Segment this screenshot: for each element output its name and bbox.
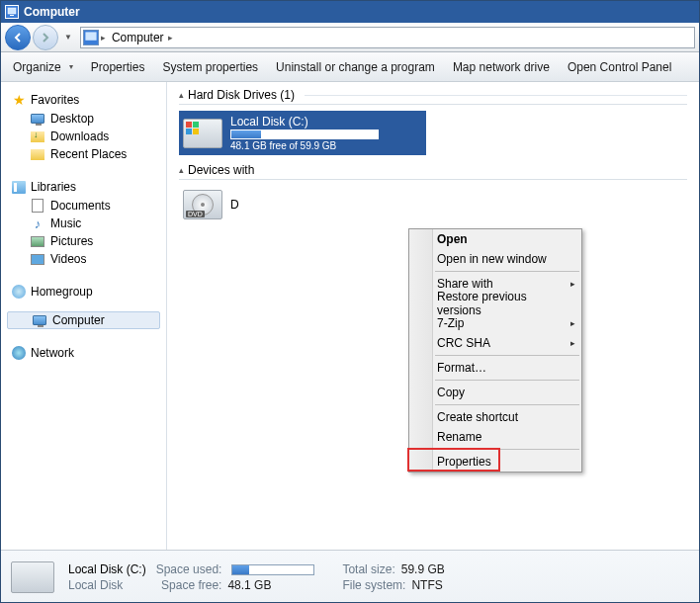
- sidebar-item-label: Pictures: [50, 234, 93, 248]
- sidebar-item-computer[interactable]: Computer: [7, 311, 160, 329]
- sidebar-item-label: Recent Places: [50, 147, 127, 161]
- properties-button[interactable]: Properties: [91, 60, 145, 74]
- collapse-icon: ▴: [179, 90, 184, 100]
- menu-item-7zip[interactable]: 7-Zip▸: [409, 313, 581, 333]
- sidebar-item-label: Music: [50, 216, 81, 230]
- sidebar-item-videos[interactable]: Videos: [7, 250, 160, 268]
- space-free-value: 48.1 GB: [227, 578, 271, 592]
- menu-item-create-shortcut[interactable]: Create shortcut: [409, 407, 581, 427]
- system-properties-button[interactable]: System properties: [162, 60, 258, 74]
- hard-disk-drives-group: ▴Hard Disk Drives (1) Local Disk (C:) 48…: [179, 88, 687, 155]
- menu-label: Format…: [437, 361, 486, 375]
- svg-rect-1: [10, 15, 14, 16]
- sidebar-item-label: Network: [31, 346, 74, 360]
- content-pane: ▴Hard Disk Drives (1) Local Disk (C:) 48…: [167, 82, 699, 550]
- space-used-label: Space used:: [156, 562, 222, 576]
- file-system-value: NTFS: [411, 578, 442, 592]
- sidebar-item-music[interactable]: ♪Music: [7, 215, 160, 232]
- menu-separator: [435, 380, 579, 381]
- space-used-bar: [231, 564, 314, 575]
- sidebar-item-network[interactable]: Network: [7, 343, 160, 363]
- desktop-icon: [31, 114, 44, 124]
- svg-rect-0: [8, 8, 16, 14]
- dvd-drive-icon: DVD: [183, 190, 222, 219]
- favorites-header[interactable]: ★Favorites: [7, 90, 160, 110]
- sidebar-item-documents[interactable]: Documents: [7, 197, 160, 215]
- map-network-drive-button[interactable]: Map network drive: [453, 60, 550, 74]
- libraries-label: Libraries: [31, 180, 76, 194]
- menu-separator: [435, 355, 579, 356]
- command-bar: Organize Properties System properties Un…: [1, 52, 699, 82]
- sidebar-item-desktop[interactable]: Desktop: [7, 110, 160, 128]
- sidebar-item-label: Downloads: [50, 129, 109, 143]
- space-free-label: Space free:: [161, 578, 221, 592]
- documents-icon: [32, 199, 44, 213]
- pictures-icon: [31, 236, 44, 247]
- downloads-icon: [31, 131, 44, 142]
- sidebar-item-homegroup[interactable]: Homegroup: [7, 282, 160, 302]
- menu-label: Copy: [437, 386, 465, 399]
- libraries-header[interactable]: Libraries: [7, 177, 160, 197]
- menu-label: Rename: [437, 430, 481, 444]
- drive-icon: [183, 119, 222, 148]
- menu-separator: [435, 449, 579, 450]
- collapse-icon: ▴: [179, 165, 184, 175]
- menu-label: Create shortcut: [437, 410, 518, 424]
- sidebar-item-downloads[interactable]: Downloads: [7, 128, 160, 145]
- menu-label: Share with: [437, 277, 493, 291]
- star-icon: ★: [11, 92, 27, 108]
- computer-icon: [33, 315, 46, 325]
- sidebar-item-recent-places[interactable]: Recent Places: [7, 145, 160, 163]
- menu-item-copy[interactable]: Copy: [409, 383, 581, 402]
- main-area: ★Favorites Desktop Downloads Recent Plac…: [1, 82, 699, 550]
- menu-item-restore-previous[interactable]: Restore previous versions: [409, 294, 581, 313]
- computer-icon: [5, 5, 19, 19]
- address-bar[interactable]: ▸ Computer▸: [80, 27, 695, 48]
- sidebar-item-label: Desktop: [50, 112, 94, 126]
- sidebar-item-label: Documents: [50, 199, 111, 213]
- menu-separator: [435, 404, 579, 405]
- menu-separator: [435, 271, 579, 272]
- menu-item-open-new-window[interactable]: Open in new window: [409, 249, 581, 269]
- open-control-panel-button[interactable]: Open Control Panel: [568, 60, 671, 74]
- menu-item-crc-sha[interactable]: CRC SHA▸: [409, 333, 581, 353]
- title-bar: Computer: [1, 1, 699, 23]
- menu-item-format[interactable]: Format…: [409, 358, 581, 378]
- details-pane: Local Disk (C:) Space used: Local Disk S…: [1, 550, 699, 603]
- drive-local-disk-c[interactable]: Local Disk (C:) 48.1 GB free of 59.9 GB: [179, 111, 426, 155]
- menu-label: CRC SHA: [437, 336, 490, 350]
- menu-item-properties[interactable]: Properties: [409, 452, 581, 472]
- removable-storage-group: ▴Devices with DVD D: [179, 163, 687, 223]
- menu-item-rename[interactable]: Rename: [409, 427, 581, 447]
- history-dropdown[interactable]: ▼: [64, 33, 72, 42]
- details-title: Local Disk (C:): [68, 562, 146, 576]
- group-header-hdd[interactable]: ▴Hard Disk Drives (1): [179, 88, 687, 105]
- back-button[interactable]: [5, 25, 31, 50]
- favorites-label: Favorites: [31, 93, 79, 107]
- menu-item-open[interactable]: Open: [409, 229, 581, 249]
- drive-dvd-d[interactable]: DVD D: [179, 186, 426, 223]
- recent-places-icon: [31, 149, 44, 160]
- chevron-right-icon[interactable]: ▸: [168, 33, 173, 43]
- drive-name: D: [230, 198, 239, 212]
- window-title: Computer: [24, 5, 80, 19]
- context-menu: Open Open in new window Share with▸ Rest…: [408, 228, 582, 473]
- organize-menu[interactable]: Organize: [13, 60, 73, 74]
- music-icon: ♪: [30, 215, 45, 231]
- uninstall-program-button[interactable]: Uninstall or change a program: [276, 60, 435, 74]
- menu-label: 7-Zip: [437, 316, 464, 330]
- menu-label: Open in new window: [437, 252, 547, 266]
- forward-button[interactable]: [33, 25, 58, 50]
- group-header-removable[interactable]: ▴Devices with: [179, 163, 687, 180]
- navigation-pane: ★Favorites Desktop Downloads Recent Plac…: [1, 82, 167, 550]
- drive-usage-bar: [230, 129, 379, 139]
- sidebar-item-pictures[interactable]: Pictures: [7, 232, 160, 250]
- nav-bar: ▼ ▸ Computer▸: [1, 23, 699, 52]
- homegroup-icon: [12, 285, 26, 299]
- group-label: Devices with: [188, 163, 254, 177]
- breadcrumb-segment[interactable]: Computer▸: [106, 31, 180, 44]
- total-size-value: 59.9 GB: [401, 562, 445, 576]
- drive-free-text: 48.1 GB free of 59.9 GB: [230, 140, 379, 151]
- submenu-arrow-icon: ▸: [570, 279, 575, 289]
- details-subtitle: Local Disk: [68, 578, 123, 592]
